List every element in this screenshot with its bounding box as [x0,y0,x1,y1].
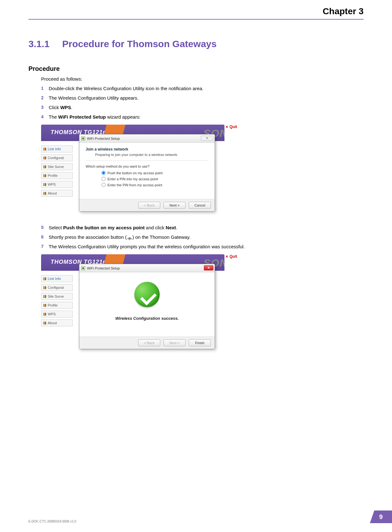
tab-icon [43,183,46,186]
wps-dialog: WiFi Protected Setup ✕ Join a wireless n… [79,134,215,212]
section-name: Procedure for Thomson Gateways [62,39,217,49]
tab-icon [43,304,46,307]
section-title: 3.1.1Procedure for Thomson Gateways [28,39,364,49]
finish-button[interactable]: Finish [189,339,211,346]
sidebar-item-label: WPS [48,312,56,316]
close-button[interactable]: ✕ [201,136,213,141]
divider [86,160,208,161]
tab-icon [43,192,46,195]
tab-icon [43,295,46,298]
sidebar-item-profile[interactable]: Profile [41,302,73,309]
tab-icon [43,148,46,151]
step-num: 2 [41,94,49,101]
step-num: 5 [41,224,49,231]
page-number: 9 [370,510,392,523]
document-id: E-DOC-CTC-20080318-0006 v1.0 [28,520,76,523]
wps-success-dialog: WiFi Protected Setup ✕ Wireless Configur… [79,264,215,349]
procedure-intro: Proceed as follows: [41,76,364,82]
tab-icon [43,286,46,289]
dialog-title: WiFi Protected Setup [87,137,120,140]
step-num: 6 [41,233,49,240]
dialog-title: WiFi Protected Setup [87,266,120,270]
sidebar-item-profile[interactable]: Profile [41,172,73,179]
sidebar-item-wps[interactable]: WPS [41,311,73,318]
section-number: 3.1.1 [28,39,50,49]
app-icon [81,137,85,140]
radio-input[interactable] [101,171,106,175]
radio-label: Push the button on my access point [107,171,162,175]
sidebar-item-about[interactable]: About [41,190,73,197]
step-1: Double-click the Wireless Configuration … [49,85,364,92]
radio-input[interactable] [101,183,106,187]
step-4: The WiFi Protected Setup wizard appears: [49,113,364,121]
procedure-steps: 1 Double-click the Wireless Configuratio… [41,85,364,121]
close-button[interactable]: ✕ [204,265,213,270]
radio-push-button[interactable]: Push the button on my access point [101,171,208,175]
quit-link[interactable]: Quit [225,125,237,129]
cancel-button[interactable]: Cancel [189,202,211,209]
sidebar-item-label: Link Info [48,147,61,151]
step-num: 3 [41,104,49,111]
page-footer: E-DOC-CTC-20080318-0006 v1.0 9 [28,510,392,523]
sidebar-item-label: Link Info [48,277,61,281]
sidebar-item-site-survey[interactable]: Site Surve [41,293,73,300]
step-num: 7 [41,243,49,250]
dialog-subheading: Preparing to join your computer to a wir… [95,153,208,157]
quit-link[interactable]: Quit [225,254,237,259]
dialog-button-row: < Back Next > Finish [79,337,215,349]
back-button: < Back [138,202,160,209]
sidebar-item-label: Configurat [48,286,64,289]
sidebar-item-label: Site Surve [48,294,64,298]
app-sidebar: Link Info Configurat Site Surve Profile … [41,271,73,347]
step-3: Click WPS. [49,104,364,111]
radio-enter-pin-from[interactable]: Enter the PIN from my access point [101,183,208,187]
sidebar-item-label: WPS [48,182,56,186]
screenshot-wps-success: Quit THOMSON TG121n SON Link Info Config… [41,254,224,347]
sidebar-item-configuration[interactable]: Configurat [41,284,73,291]
radio-label: Enter the PIN from my access point [107,183,162,187]
sidebar-item-link-info[interactable]: Link Info [41,275,73,282]
radio-input[interactable] [101,177,106,181]
step-5: Select Push the button on my access poin… [49,224,364,232]
sidebar-item-wps[interactable]: WPS [41,181,73,188]
sidebar-item-configuration[interactable]: Configurat [41,154,73,161]
tab-icon [43,165,46,168]
success-check-icon [134,282,160,307]
procedure-heading: Procedure [28,65,364,72]
sidebar-item-label: Profile [48,174,58,177]
dialog-heading: Join a wireless network [86,147,208,152]
step-num: 4 [41,113,49,120]
association-button-icon [127,235,132,240]
next-button: Next > [163,339,186,346]
step-num: 1 [41,85,49,92]
tab-icon [43,322,46,325]
dialog-button-row: < Back Next > Cancel [79,199,215,211]
step-6: Shortly press the association button () … [49,233,364,241]
next-button[interactable]: Next > [163,202,186,209]
dialog-titlebar: WiFi Protected Setup ✕ [79,264,215,272]
tab-icon [43,174,46,177]
back-button: < Back [138,339,160,346]
tab-icon [43,157,46,159]
tab-icon [43,313,46,316]
sidebar-item-label: Configurat [48,156,64,160]
sidebar-item-label: About [48,191,57,195]
dialog-titlebar: WiFi Protected Setup ✕ [79,134,215,143]
step-7: The Wireless Configuration Utility promp… [49,243,364,251]
app-icon [81,266,85,270]
radio-label: Enter a PIN into my access point [107,177,158,181]
sidebar-item-label: Profile [48,303,58,307]
radio-enter-pin-into[interactable]: Enter a PIN into my access point [101,177,208,181]
sidebar-item-link-info[interactable]: Link Info [41,145,73,152]
tab-icon [43,277,46,280]
step-2: The Wireless Configuration Utility appea… [49,94,364,102]
sidebar-item-about[interactable]: About [41,319,73,326]
sidebar-item-label: About [48,321,57,325]
dialog-question: Which setup method do you want to use? [86,164,208,168]
sidebar-item-label: Site Surve [48,165,64,169]
sidebar-item-site-survey[interactable]: Site Surve [41,163,73,170]
success-message: Wireless Configuration success. [86,316,208,321]
procedure-steps-continued: 5 Select Push the button on my access po… [41,224,364,251]
app-sidebar: Link Info Configurat Site Surve Profile … [41,141,73,217]
screenshot-wps-wizard: Quit THOMSON TG121n SON Link Info Config… [41,125,224,217]
